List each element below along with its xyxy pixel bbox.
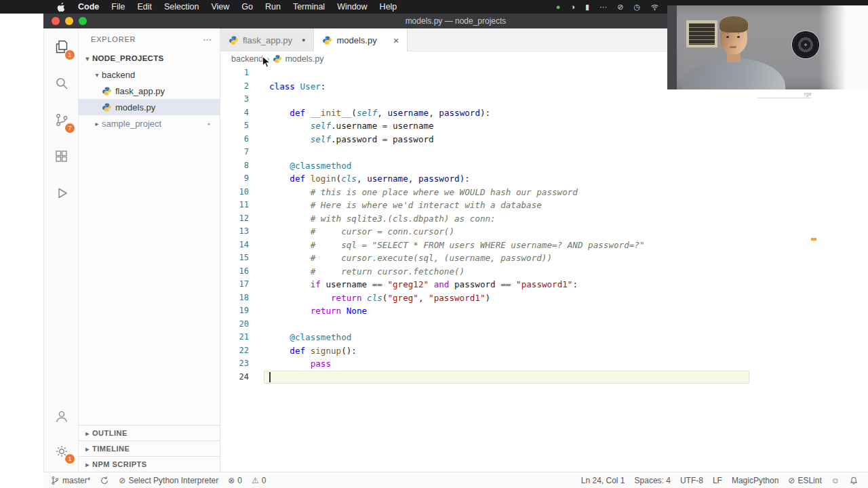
section-outline[interactable]: ▸OUTLINE bbox=[79, 425, 220, 441]
menu-help[interactable]: Help bbox=[380, 2, 397, 12]
smiley-icon: ☺ bbox=[831, 476, 840, 485]
bell-icon bbox=[849, 476, 859, 485]
close-icon[interactable]: × bbox=[393, 35, 399, 45]
activity-settings[interactable]: 1 bbox=[44, 434, 79, 469]
badge-explorer: 1 bbox=[65, 50, 75, 60]
code-line-20[interactable]: 20 bbox=[220, 318, 868, 331]
code-line-6[interactable]: 6 self.password = password bbox=[220, 133, 868, 146]
code-editor[interactable]: 12class User:34 def __init__(self, usern… bbox=[220, 66, 868, 472]
tree-item-models-py[interactable]: models.py bbox=[79, 99, 220, 115]
code-line-9[interactable]: 9 def login(cls, username, password): bbox=[220, 172, 868, 186]
menu-view[interactable]: View bbox=[211, 2, 229, 12]
code-line-7[interactable]: 7 bbox=[220, 146, 868, 159]
breadcrumb-item-models[interactable]: models.py bbox=[285, 54, 323, 64]
menu-go[interactable]: Go bbox=[241, 2, 253, 12]
apple-icon[interactable] bbox=[57, 2, 66, 12]
code-line-13[interactable]: 13 # cursor = conn.cursor() bbox=[220, 225, 868, 239]
python-icon bbox=[229, 35, 239, 45]
status-eol[interactable]: LF bbox=[713, 476, 722, 485]
line-number: 16 bbox=[220, 265, 264, 279]
status-right: Ln 24, Col 1Spaces: 4UTF-8LFMagicPython⊘… bbox=[581, 476, 859, 485]
code-line-19[interactable]: 19 return None bbox=[220, 304, 868, 318]
zoom-window-button[interactable] bbox=[79, 17, 87, 25]
line-number: 10 bbox=[220, 186, 264, 199]
menu-window[interactable]: Window bbox=[337, 2, 367, 12]
modified-dot-icon[interactable]: ● bbox=[302, 37, 305, 43]
explorer-actions-button[interactable]: ⋯ bbox=[203, 35, 212, 45]
code-line-4[interactable]: 4 def __init__(self, username, password)… bbox=[220, 106, 868, 120]
dartboard bbox=[793, 33, 818, 57]
menu-file[interactable]: File bbox=[111, 2, 125, 12]
code-line-8[interactable]: 8 @classmethod bbox=[220, 159, 868, 173]
code-line-12[interactable]: 12 # with sqlite3.(cls.dbpath) as conn: bbox=[220, 212, 868, 226]
menu-edit[interactable]: Edit bbox=[137, 2, 152, 12]
status-notifications[interactable] bbox=[849, 476, 859, 485]
status-language-mode[interactable]: MagicPython bbox=[732, 476, 778, 485]
status-errors[interactable]: ⊗0 bbox=[228, 476, 242, 485]
code-text: self.username = username bbox=[264, 119, 434, 133]
status-warnings[interactable]: ⚠0 bbox=[252, 476, 266, 485]
status-bar: master*⊘Select Python Interpreter⊗0⚠0 Ln… bbox=[43, 472, 868, 488]
status-green-icon[interactable]: ● bbox=[556, 3, 561, 11]
run-icon bbox=[54, 185, 70, 201]
activity-explorer[interactable]: 1 bbox=[44, 28, 79, 65]
status-encoding[interactable]: UTF-8 bbox=[680, 476, 703, 485]
line-number: 1 bbox=[220, 66, 264, 80]
code-line-16[interactable]: 16 # return cursor.fetchone() bbox=[220, 265, 868, 279]
wifi-icon[interactable] bbox=[650, 3, 659, 12]
code-line-11[interactable]: 11 # Here is where we'd interact with a … bbox=[220, 199, 868, 212]
chevron-right-icon: ▸ bbox=[83, 430, 92, 437]
tree-root-node-projects[interactable]: ▾ NODE_PROJECTS bbox=[79, 50, 220, 66]
code-line-5[interactable]: 5 self.username = username bbox=[220, 119, 868, 133]
tab-models-py[interactable]: models.py× bbox=[314, 28, 408, 52]
menu-code[interactable]: Code bbox=[78, 2, 99, 12]
tree-item-sample_project[interactable]: ▸sample_project● bbox=[79, 115, 220, 131]
tab-list: flask_app.py●models.py× bbox=[220, 28, 408, 52]
tree-item-flask_app-py[interactable]: flask_app.py bbox=[79, 83, 220, 99]
activity-search[interactable] bbox=[44, 65, 79, 102]
status-dark-icon[interactable]: ◑ bbox=[570, 3, 575, 11]
tab-flask_app-py[interactable]: flask_app.py● bbox=[220, 28, 314, 52]
status-sync[interactable] bbox=[100, 476, 109, 485]
status-branch[interactable]: master* bbox=[50, 476, 90, 485]
code-line-10[interactable]: 10 # this is one place where we WOULD ha… bbox=[220, 186, 868, 199]
code-line-21[interactable]: 21 @classmethod bbox=[220, 331, 868, 344]
activity-source-control[interactable]: 7 bbox=[44, 102, 79, 138]
more-menu-icon[interactable]: ⋯ bbox=[599, 3, 607, 12]
menu-run[interactable]: Run bbox=[265, 2, 281, 12]
line-number: 15 bbox=[220, 251, 264, 265]
status-cursor-position[interactable]: Ln 24, Col 1 bbox=[581, 476, 625, 485]
clock-icon[interactable]: ◷ bbox=[633, 3, 640, 12]
menu-selection[interactable]: Selection bbox=[164, 2, 199, 12]
code-text: # Here is where we'd interact with a dat… bbox=[264, 199, 542, 212]
code-line-23[interactable]: 23 pass bbox=[220, 357, 868, 371]
blocked-icon: ⊘ bbox=[788, 476, 795, 485]
activity-run-debug[interactable] bbox=[44, 175, 79, 211]
wifi-icon bbox=[650, 3, 659, 12]
code-line-17[interactable]: 17 if username == "greg12" and password … bbox=[220, 278, 868, 291]
status-indentation[interactable]: Spaces: 4 bbox=[635, 476, 671, 485]
status-eslint[interactable]: ⊘ESLint bbox=[788, 476, 821, 485]
close-window-button[interactable] bbox=[52, 17, 60, 25]
menu-items: CodeFileEditSelectionViewGoRunTerminalWi… bbox=[78, 2, 397, 12]
activity-extensions[interactable] bbox=[44, 138, 79, 175]
code-line-22[interactable]: 22 def signup(): bbox=[220, 344, 868, 358]
activity-account[interactable] bbox=[44, 399, 79, 434]
status-feedback[interactable]: ☺ bbox=[831, 476, 840, 485]
minimize-window-button[interactable] bbox=[65, 17, 73, 25]
text-cursor bbox=[269, 372, 271, 382]
code-line-14[interactable]: 14 # sql = "SELECT * FROM users WHERE us… bbox=[220, 239, 868, 252]
dnd-icon[interactable]: ⊘ bbox=[617, 3, 623, 12]
code-line-18[interactable]: 18 return cls("greg", "password1") bbox=[220, 291, 868, 305]
section-timeline[interactable]: ▸TIMELINE bbox=[79, 441, 220, 456]
breadcrumb-item-backend[interactable]: backend bbox=[231, 54, 263, 64]
code-line-24[interactable]: 24 bbox=[220, 371, 868, 384]
status-interpreter[interactable]: ⊘Select Python Interpreter bbox=[119, 476, 218, 485]
tree-item-backend[interactable]: ▾backend bbox=[79, 66, 220, 83]
status-label: LF bbox=[713, 476, 722, 485]
code-text: # cursor = conn.cursor() bbox=[264, 225, 454, 239]
code-line-15[interactable]: 15 # cursor.execute(sql, (username, pass… bbox=[220, 251, 868, 265]
section-npm-scripts[interactable]: ▸NPM SCRIPTS bbox=[79, 456, 220, 472]
menu-terminal[interactable]: Terminal bbox=[293, 2, 325, 12]
battery-icon[interactable]: ▮ bbox=[585, 3, 589, 12]
